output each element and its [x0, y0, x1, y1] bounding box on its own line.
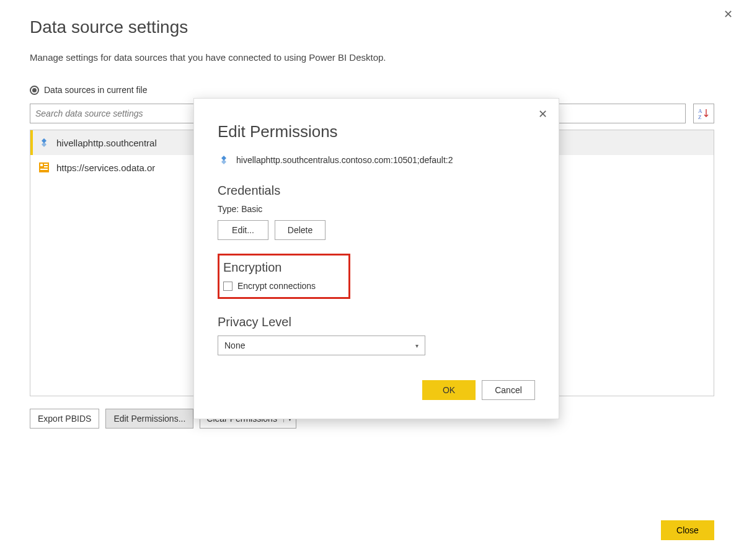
page-title: Data source settings — [30, 17, 714, 37]
svg-rect-5 — [40, 164, 43, 166]
encrypt-checkbox[interactable] — [223, 282, 232, 291]
sort-az-icon: A Z — [698, 107, 710, 120]
close-button[interactable]: Close — [661, 520, 714, 540]
svg-text:A: A — [698, 108, 702, 114]
encryption-highlight: Encryption Encrypt connections — [218, 254, 350, 299]
dialog-close-icon[interactable]: ✕ — [538, 107, 547, 121]
dialog-source-label: hivellaphttp.southcentralus.contoso.com:… — [236, 155, 453, 165]
page-subtitle: Manage settings for data sources that yo… — [30, 52, 714, 63]
edit-permissions-dialog: ✕ Edit Permissions hivellaphttp.southcen… — [193, 98, 559, 419]
svg-marker-3 — [42, 142, 46, 147]
encryption-heading: Encryption — [223, 260, 342, 275]
odata-icon — [38, 161, 50, 174]
privacy-level-dropdown[interactable]: None ▾ — [218, 336, 425, 355]
window-close-icon[interactable]: ✕ — [721, 5, 735, 24]
credential-type: Type: Basic — [218, 204, 535, 214]
chevron-down-icon: ▾ — [415, 342, 418, 349]
radio-current-file[interactable]: Data sources in current file — [30, 85, 714, 95]
privacy-value: None — [224, 340, 245, 350]
delete-credentials-button[interactable]: Delete — [275, 220, 326, 240]
cancel-button[interactable]: Cancel — [482, 380, 535, 400]
list-item-label: hivellaphttp.southcentral — [56, 138, 157, 148]
export-pbids-button[interactable]: Export PBIDS — [30, 409, 99, 429]
radio-label: Data sources in current file — [44, 85, 148, 95]
svg-rect-8 — [40, 169, 48, 170]
encrypt-label: Encrypt connections — [237, 281, 316, 291]
hive-icon — [218, 154, 230, 166]
privacy-heading: Privacy Level — [218, 315, 535, 329]
radio-icon — [30, 86, 39, 95]
svg-rect-6 — [44, 164, 48, 165]
svg-text:Z: Z — [698, 114, 702, 120]
edit-permissions-button[interactable]: Edit Permissions... — [105, 409, 193, 429]
sort-button[interactable]: A Z — [693, 104, 714, 123]
dialog-title: Edit Permissions — [218, 122, 535, 141]
edit-credentials-button[interactable]: Edit... — [218, 220, 268, 240]
hive-icon — [38, 136, 50, 149]
svg-marker-10 — [221, 159, 226, 164]
list-item-label: https://services.odata.or — [56, 162, 155, 173]
ok-button[interactable]: OK — [422, 380, 476, 400]
credentials-heading: Credentials — [218, 184, 535, 198]
svg-rect-7 — [44, 166, 48, 167]
